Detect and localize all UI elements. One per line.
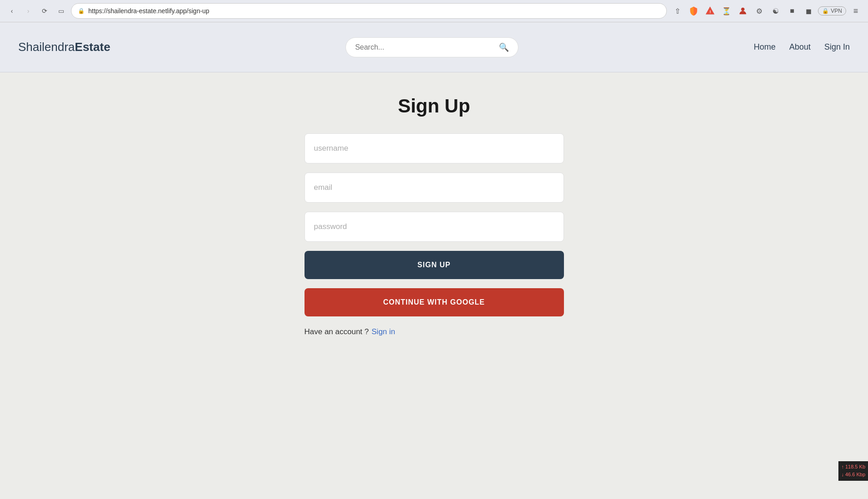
nav-signin[interactable]: Sign In (824, 42, 850, 52)
logo-part2: Estate (75, 40, 110, 54)
email-input[interactable] (305, 173, 564, 203)
menu-button[interactable]: ≡ (849, 4, 863, 18)
browser-actions: ⇧ ! ⏳ ⚙ ☯ (670, 4, 863, 18)
site-header: ShailendraEstate 🔍 Home About Sign In (0, 22, 868, 72)
username-input[interactable] (305, 133, 564, 163)
signup-form: SIGN UP CONTINUE WITH GOOGLE Have an acc… (305, 133, 564, 336)
logo-part1: Shailendra (18, 40, 75, 54)
vpn-icon: 🔒 (822, 8, 829, 14)
sidebar-button[interactable]: ■ (785, 4, 799, 18)
extensions-button[interactable]: ⚙ (752, 4, 766, 18)
browser-toolbar: ‹ › ⟳ ▭ 🔒 ⇧ ! ⏳ (0, 0, 868, 22)
lock-icon: 🔒 (78, 8, 85, 14)
profile-button[interactable] (736, 4, 750, 18)
browser-toolbar-container: ‹ › ⟳ ▭ 🔒 ⇧ ! ⏳ (0, 0, 868, 22)
alert-button[interactable]: ! (703, 4, 717, 18)
website-content: ShailendraEstate 🔍 Home About Sign In Si… (0, 22, 868, 499)
google-button[interactable]: CONTINUE WITH GOOGLE (305, 288, 564, 316)
forward-button[interactable]: › (22, 5, 35, 17)
search-icon[interactable]: 🔍 (499, 42, 509, 52)
nav-about[interactable]: About (789, 42, 811, 52)
network-stats: ↑ 118.5 Kb ↓ 46.6 Kbp (838, 461, 868, 481)
signin-link-row: Have an account ? Sign in (305, 327, 564, 336)
signin-link[interactable]: Sign in (371, 327, 395, 336)
site-nav: Home About Sign In (754, 42, 850, 52)
have-account-text: Have an account ? (305, 327, 369, 336)
svg-point-1 (741, 8, 745, 11)
vpn-badge[interactable]: 🔒 VPN (818, 6, 846, 15)
page-title: Sign Up (398, 95, 470, 117)
reload-button[interactable]: ⟳ (38, 5, 51, 17)
svg-text:!: ! (710, 10, 711, 14)
bookmark-button[interactable]: ▭ (55, 5, 67, 17)
upload-stat: ↑ 118.5 Kb (841, 463, 865, 471)
history-button[interactable]: ⏳ (720, 4, 733, 18)
share-button[interactable]: ⇧ (670, 4, 684, 18)
site-main: Sign Up SIGN UP CONTINUE WITH GOOGLE Hav… (0, 72, 868, 359)
url-input[interactable] (88, 7, 660, 15)
brave-shield-button[interactable] (687, 4, 700, 18)
password-input[interactable] (305, 212, 564, 242)
download-stat: ↓ 46.6 Kbp (841, 471, 865, 479)
site-search-container: 🔍 (110, 37, 754, 57)
address-bar[interactable]: 🔒 (71, 3, 667, 19)
search-input[interactable] (355, 43, 494, 51)
wallet-button[interactable]: ☯ (769, 4, 782, 18)
back-button[interactable]: ‹ (5, 5, 18, 17)
search-box: 🔍 (345, 37, 518, 57)
vpn-label: VPN (831, 8, 842, 14)
split-view-button[interactable]: ◼ (802, 4, 815, 18)
site-logo: ShailendraEstate (18, 40, 110, 54)
nav-home[interactable]: Home (754, 42, 776, 52)
signup-button[interactable]: SIGN UP (305, 251, 564, 279)
